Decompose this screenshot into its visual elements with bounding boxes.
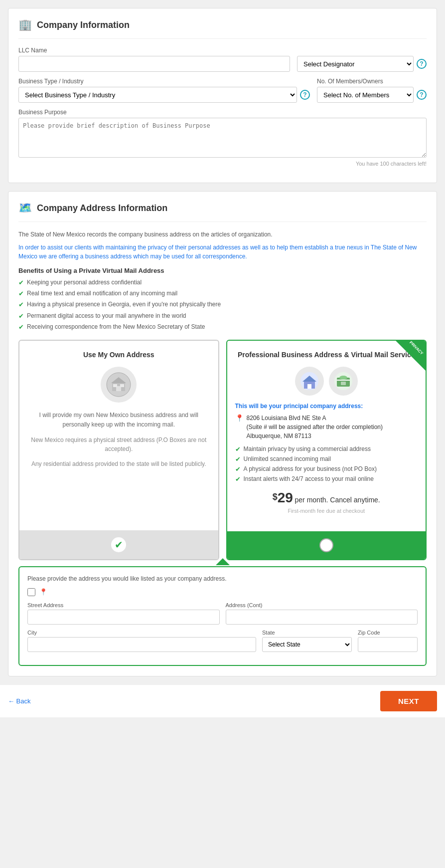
- no-of-members-label: No. Of Members/Owners: [317, 78, 427, 85]
- address-cont-input[interactable]: [226, 610, 418, 625]
- professional-address-title: Professional Business Address & Virtual …: [235, 351, 418, 359]
- llc-name-group: LLC Name: [18, 47, 290, 72]
- state-label: State: [262, 630, 352, 636]
- company-info-title: Company Information: [37, 20, 130, 30]
- no-of-members-group: No. Of Members/Owners Select No. of Memb…: [317, 78, 427, 103]
- addr-city-state-row: City State Select State Zip Code: [27, 630, 418, 652]
- state-select[interactable]: Select State: [262, 637, 352, 652]
- business-type-select[interactable]: Select Business Type / Industry: [18, 87, 297, 103]
- prof-benefit-4: ✔ Instant alerts with 24/7 access to you…: [235, 475, 418, 483]
- prof-icon-1: [295, 367, 324, 396]
- professional-address-card[interactable]: PRIVACY Professional Business Address & …: [226, 340, 427, 560]
- street-address-label: Street Address: [27, 602, 220, 608]
- benefit-check-1: ✔: [18, 278, 24, 287]
- benefits-list: ✔ Keeping your personal address confiden…: [18, 278, 427, 332]
- own-address-footer[interactable]: ✔: [19, 530, 218, 559]
- principal-address-title: This will be your principal company addr…: [235, 403, 418, 410]
- zip-label: Zip Code: [358, 630, 418, 636]
- company-info-header: 🏢 Company Information: [18, 18, 427, 39]
- benefits-title: Benefits of Using a Private Virtual Mail…: [18, 267, 427, 274]
- address-options: Use My Own Address I will provide my own…: [18, 340, 427, 560]
- company-info-icon: 🏢: [18, 18, 32, 31]
- prof-check-3: ✔: [235, 465, 241, 473]
- prof-benefit-1: ✔ Maintain privacy by using a commercial…: [235, 445, 418, 453]
- address-details: 8206 Louisiana Blvd NE Ste A (Suite # wi…: [247, 414, 383, 440]
- state-group: State Select State: [262, 630, 352, 652]
- svg-rect-14: [341, 382, 346, 385]
- svg-rect-4: [113, 384, 117, 387]
- price-amount: 29: [278, 490, 293, 505]
- addr-same-checkbox[interactable]: [27, 588, 35, 596]
- triangle-wrapper: [18, 559, 427, 566]
- char-count: You have 100 characters left!: [18, 161, 427, 167]
- zip-group: Zip Code: [358, 630, 418, 652]
- back-label: ← Back: [8, 697, 31, 705]
- prof-icon-2: [329, 367, 358, 396]
- benefit-5: ✔ Receiving correspondence from the New …: [18, 323, 427, 332]
- svg-point-13: [339, 376, 347, 380]
- company-info-card: 🏢 Company Information LLC Name x Select …: [8, 8, 437, 183]
- own-address-title: Use My Own Address: [83, 351, 154, 359]
- price-subtext: First-month fee due at checkout: [235, 508, 418, 514]
- designator-help-icon[interactable]: ?: [417, 59, 427, 69]
- own-address-body: Use My Own Address I will provide my own…: [19, 341, 218, 530]
- business-type-help-icon[interactable]: ?: [300, 90, 310, 100]
- street-address-group: Street Address: [27, 602, 220, 625]
- own-address-note: New Mexico requires a physical street ad…: [27, 435, 210, 453]
- designator-group: x Select Designator LLC L.L.C. Limited L…: [297, 47, 427, 72]
- prof-check-2: ✔: [235, 455, 241, 463]
- next-button[interactable]: NEXT: [380, 691, 437, 711]
- benefit-3: ✔ Having a physical presence in Georgia,…: [18, 300, 427, 309]
- privacy-badge-text: PRIVACY: [409, 340, 424, 356]
- benefit-check-2: ✔: [18, 289, 24, 298]
- business-purpose-textarea[interactable]: [18, 118, 427, 158]
- company-address-header: 🗺️ Company Address Information: [18, 202, 427, 222]
- professional-address-radio[interactable]: [319, 538, 333, 552]
- address-cont-group: Address (Cont): [226, 602, 418, 625]
- addr-pin-icon: 📍: [39, 588, 47, 596]
- no-of-members-select[interactable]: Select No. of Members: [317, 87, 414, 103]
- own-address-warning: Any residential address provided to the …: [31, 459, 206, 468]
- triangle-up: [216, 558, 230, 565]
- address-info-blue: In order to assist our clients with main…: [18, 243, 427, 261]
- professional-icons: [235, 367, 418, 396]
- address-form-container: Please provide the address you would lik…: [18, 566, 427, 666]
- no-of-members-help-icon[interactable]: ?: [417, 90, 427, 100]
- city-input[interactable]: [27, 637, 256, 652]
- svg-rect-12: [337, 380, 350, 381]
- svg-rect-9: [307, 384, 311, 389]
- page-footer: ← Back NEXT: [0, 684, 445, 717]
- own-address-desc: I will provide my own New Mexico busines…: [27, 411, 210, 430]
- benefit-2: ✔ Real time text and email notification …: [18, 289, 427, 298]
- business-type-label: Business Type / Industry: [18, 78, 310, 85]
- designator-select[interactable]: Select Designator LLC L.L.C. Limited Lia…: [297, 56, 414, 72]
- price-row: $29 per month. Cancel anytime.: [235, 490, 418, 506]
- prof-benefit-3: ✔ A physical address for your business (…: [235, 465, 418, 473]
- professional-address-footer[interactable]: [227, 531, 426, 559]
- address-pin-row: 📍 8206 Louisiana Blvd NE Ste A (Suite # …: [235, 414, 418, 440]
- addr-street-row: Street Address Address (Cont): [27, 602, 418, 625]
- use-own-address-card[interactable]: Use My Own Address I will provide my own…: [18, 340, 219, 560]
- company-address-card: 🗺️ Company Address Information The State…: [8, 191, 437, 676]
- prof-benefits-list: ✔ Maintain privacy by using a commercial…: [235, 445, 418, 483]
- prof-check-1: ✔: [235, 445, 241, 453]
- benefit-1: ✔ Keeping your personal address confiden…: [18, 278, 427, 287]
- price-text: per month. Cancel anytime.: [295, 496, 380, 504]
- benefit-check-3: ✔: [18, 300, 24, 309]
- llc-name-input[interactable]: [18, 56, 290, 72]
- back-link[interactable]: ← Back: [8, 697, 31, 705]
- business-type-group: Business Type / Industry Select Business…: [18, 78, 310, 103]
- company-address-title: Company Address Information: [37, 203, 167, 214]
- own-address-icon: [101, 367, 137, 403]
- price-dollar: $: [273, 492, 278, 502]
- professional-address-body: Professional Business Address & Virtual …: [227, 341, 426, 531]
- street-address-input[interactable]: [27, 610, 220, 625]
- business-purpose-label: Business Purpose: [18, 109, 427, 116]
- benefit-check-5: ✔: [18, 323, 24, 332]
- pin-icon: 📍: [235, 414, 244, 422]
- zip-input[interactable]: [358, 637, 418, 652]
- address-info-text: The State of New Mexico records the comp…: [18, 230, 427, 239]
- addr-checkbox-row: 📍: [27, 588, 418, 596]
- business-purpose-group: Business Purpose You have 100 characters…: [18, 109, 427, 167]
- city-label: City: [27, 630, 256, 636]
